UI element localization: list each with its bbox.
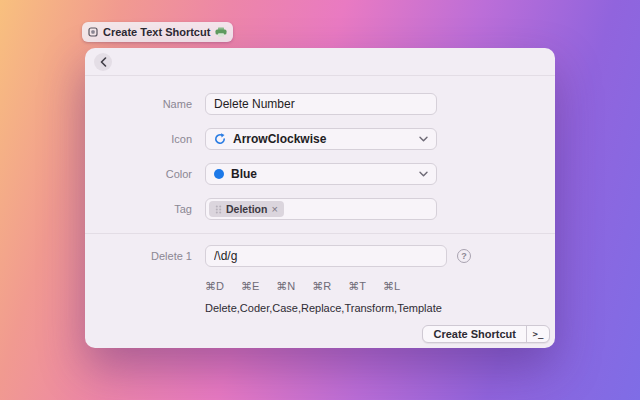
window-tab[interactable]: Create Text Shortcut [82,22,233,42]
shortcut-key: ⌘N [276,280,295,293]
icon-row: Icon ArrowClockwise [85,128,555,150]
color-select[interactable]: Blue [205,163,437,185]
chevron-down-icon [419,171,428,177]
terminal-button[interactable]: >_ [527,326,549,342]
tab-title: Create Text Shortcut [103,26,210,38]
remove-tag-icon[interactable]: × [271,204,277,215]
chevron-down-icon [419,136,428,142]
tag-input[interactable]: Deletion × [205,198,437,220]
name-input[interactable] [205,93,437,115]
color-label: Color [85,168,192,180]
name-label: Name [85,98,192,110]
shortcut-key: ⌘L [383,280,400,293]
printer-icon[interactable] [215,27,227,38]
delete1-row: Delete 1 ? [85,245,555,267]
window-icon [88,27,98,37]
shortcut-key: ⌘T [348,280,366,293]
color-select-value: Blue [231,167,412,181]
blue-color-swatch [214,169,224,179]
section-divider [85,233,555,234]
terminal-icon: >_ [533,329,544,339]
window-header [85,48,555,76]
tag-row: Tag Deletion × [85,198,555,220]
create-shortcut-window: Name Icon ArrowClockwise [85,48,555,348]
delete1-label: Delete 1 [85,250,192,262]
name-row: Name [85,93,555,115]
color-row: Color Blue [85,163,555,185]
shortcut-key: ⌘D [205,280,224,293]
create-shortcut-button-group: Create Shortcut >_ [422,325,550,343]
back-button[interactable] [94,53,112,71]
icon-select[interactable]: ArrowClockwise [205,128,437,150]
tag-chip: Deletion × [209,201,284,217]
shortcut-form: Name Icon ArrowClockwise [85,76,555,314]
delete1-input[interactable] [205,245,447,267]
help-icon[interactable]: ? [457,249,471,263]
window-footer: Create Shortcut >_ [422,325,550,343]
grip-dots-icon [215,205,222,214]
tag-label: Tag [85,203,192,215]
icon-label: Icon [85,133,192,145]
arrow-clockwise-icon [214,133,226,145]
icon-select-value: ArrowClockwise [233,132,412,146]
chevron-left-icon [100,57,107,67]
shortcut-key: ⌘E [241,280,259,293]
shortcut-key: ⌘R [312,280,331,293]
tags-description: Delete,Coder,Case,Replace,Transform,Temp… [205,302,555,314]
desktop-background: Create Text Shortcut Name Icon [0,0,640,400]
create-shortcut-button[interactable]: Create Shortcut [423,326,526,342]
keyboard-shortcuts: ⌘D ⌘E ⌘N ⌘R ⌘T ⌘L [205,280,555,293]
tag-chip-label: Deletion [226,203,267,215]
